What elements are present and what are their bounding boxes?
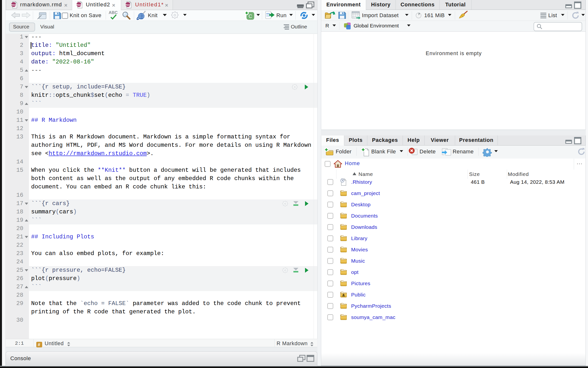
svg-text:C: C xyxy=(249,13,252,19)
